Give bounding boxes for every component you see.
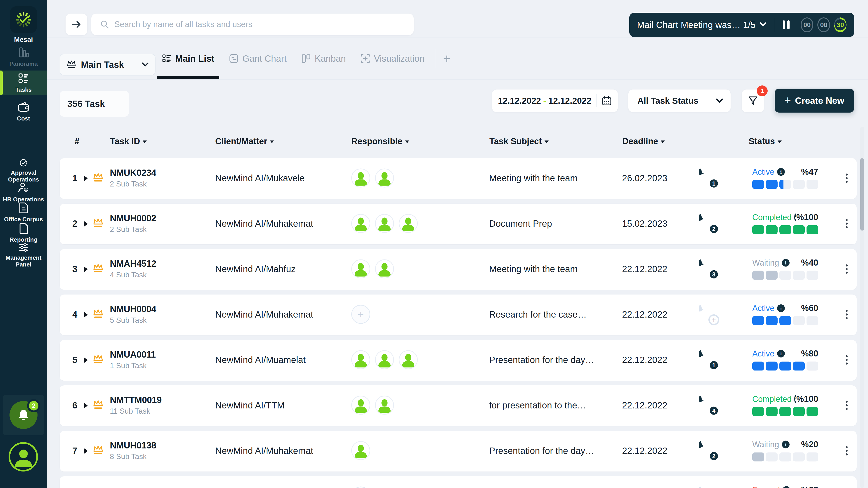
expand-caret-icon[interactable] [84,312,88,317]
task-id[interactable]: NMUH0002 [110,213,156,223]
add-view-button[interactable]: + [443,52,451,65]
expand-caret-icon[interactable] [84,221,88,226]
tab-gant-chart[interactable]: Gant Chart [229,38,287,79]
sidebar-item-reporting[interactable]: Reporting [0,223,47,244]
pause-button[interactable] [782,20,791,29]
main-task-selector[interactable]: Main Task [60,54,156,75]
add-assignee-button[interactable]: + [351,486,370,488]
expand-caret-icon[interactable] [84,403,88,408]
sidebar-item-management-panel[interactable]: Management Panel [0,243,47,268]
info-icon[interactable]: i [794,395,796,403]
progress-bar [752,453,818,462]
column-header-client-matter[interactable]: Client/Matter [215,136,274,146]
comments-button[interactable]: 3 [699,261,716,277]
deadline: 22.12.2022 [622,400,667,410]
search-bar[interactable] [91,13,414,35]
assignee-avatar [351,441,370,460]
app-window: Mesai Panorama Tasks [0,0,868,488]
sort-icon[interactable] [661,140,665,143]
tab-visualization[interactable]: Visualization [360,38,425,79]
info-icon[interactable]: i [777,168,785,176]
sidebar-item-cost[interactable]: Cost [0,99,47,123]
chevron-down-icon [142,62,149,67]
create-new-button[interactable]: + Create New [775,89,854,113]
user-avatar-button[interactable] [8,442,38,471]
search-input[interactable] [114,20,414,29]
crown-icon [93,308,103,320]
row-menu-button[interactable] [844,399,849,411]
deadline: 22.12.2022 [622,355,667,365]
meeting-selector[interactable]: Mail Chart Meeting was… 1/5 [637,20,756,30]
row-menu-button[interactable] [844,445,849,457]
row-menu-button[interactable] [844,354,849,366]
column-header-responsible[interactable]: Responsible [351,136,409,146]
info-icon[interactable]: i [782,440,789,448]
expand-caret-icon[interactable] [84,448,88,454]
table-row: 5 NMUA0011 1 Sub Task NewMind AI/Muamela… [60,340,857,380]
task-subject: Research for the case… [489,309,587,319]
comments-button[interactable]: 1 [699,352,716,368]
sidebar-item-office-corpus[interactable]: Office Corpus [0,202,47,224]
sort-icon[interactable] [778,140,782,143]
expand-caret-icon[interactable] [84,357,88,363]
tab-main-list[interactable]: Main List [162,38,214,79]
scrollbar-thumb[interactable] [860,158,864,231]
info-icon[interactable]: i [782,259,789,267]
status-cell: Active i %60 [752,303,818,325]
filter-button[interactable]: 1 [742,90,764,112]
task-status-filter[interactable]: All Task Status [628,90,731,112]
comments-button[interactable]: 4 [699,397,716,414]
info-icon[interactable]: i [794,213,796,221]
info-icon[interactable]: i [777,304,785,312]
sidebar-item-approval-operations[interactable]: Approval Operations [0,158,47,183]
info-icon[interactable]: i [777,350,785,357]
sidebar-item-panorama[interactable]: Panorama [0,44,47,70]
task-subject: Presentation for the day… [489,355,594,365]
info-icon[interactable]: i [782,486,790,488]
comments-button[interactable]: + [699,306,716,323]
task-id[interactable]: NMUA0011 [110,349,156,360]
comments-button[interactable]: 2 [699,215,716,232]
comment-count-badge: 1 [708,178,719,189]
task-subject: Document Prep [489,219,552,229]
deadline: 22.12.2022 [622,309,667,319]
sidebar-toggle-button[interactable] [66,13,87,35]
column-header-task-subject[interactable]: Task Subject [489,136,549,146]
task-id[interactable]: NMUK0234 [110,168,156,178]
gantt-chart-icon [229,54,239,63]
comments-button[interactable]: 2 [699,443,716,459]
chat-bubble-icon [699,260,702,266]
add-assignee-button[interactable]: + [351,305,370,324]
expand-caret-icon[interactable] [84,176,88,181]
sort-icon[interactable] [270,140,274,143]
tab-label: Visualization [374,54,425,64]
sort-icon[interactable] [143,140,147,143]
sort-icon[interactable] [545,140,549,143]
column-header-task-id[interactable]: Task ID [110,136,147,146]
sidebar-item-hr-operations[interactable]: HR Operations [0,182,47,204]
row-menu-button[interactable] [844,263,849,275]
sub-task-count: 2 Sub Task [110,180,156,188]
task-id[interactable]: NMUH0004 [110,304,156,314]
divider [596,94,596,108]
comments-button[interactable]: 1 [699,170,716,186]
task-id[interactable]: NMAH4512 [110,258,156,269]
sidebar-item-tasks[interactable]: Tasks [0,70,47,95]
row-menu-button[interactable] [844,217,849,230]
row-menu-button[interactable] [844,172,849,184]
tab-kanban[interactable]: Kanban [301,38,346,79]
assignee-avatar [399,214,418,233]
chat-bubble-icon [699,396,702,402]
sort-icon[interactable] [405,140,409,143]
chevron-down-icon[interactable] [760,22,767,28]
notifications-button[interactable]: 2 [3,395,44,435]
expand-caret-icon[interactable] [84,267,88,272]
status-cell: Active i %80 [752,349,818,371]
row-menu-button[interactable] [844,308,849,321]
date-range-picker[interactable]: 12.12.2022 - 12.12.2022 [492,90,618,112]
row-number: 4 [70,309,80,319]
column-header-status[interactable]: Status [749,136,782,146]
task-id[interactable]: NMUH0138 [110,440,156,451]
column-header-deadline[interactable]: Deadline [622,136,665,146]
task-id[interactable]: NMTTM0019 [110,395,162,405]
